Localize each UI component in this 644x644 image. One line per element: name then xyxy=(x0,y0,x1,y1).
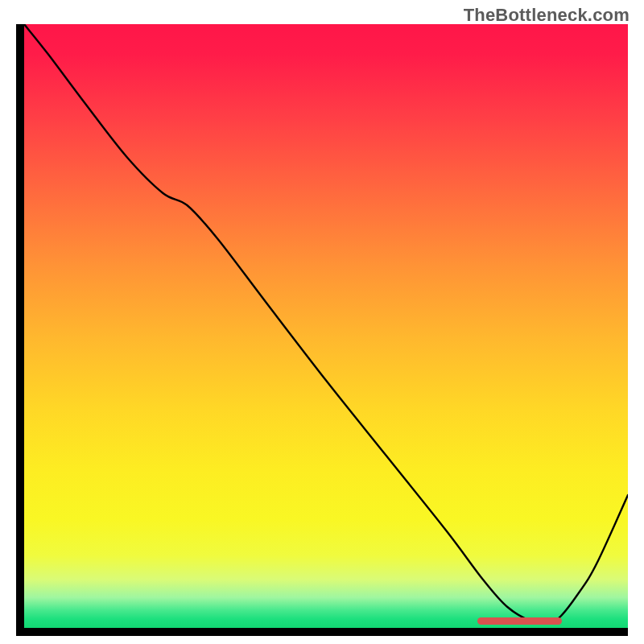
plot-frame xyxy=(16,24,628,636)
chart-container: TheBottleneck.com xyxy=(0,0,644,644)
plot-area xyxy=(24,24,628,628)
watermark-text: TheBottleneck.com xyxy=(464,5,630,26)
bottleneck-curve xyxy=(24,24,628,628)
optimal-range-marker xyxy=(477,617,562,625)
